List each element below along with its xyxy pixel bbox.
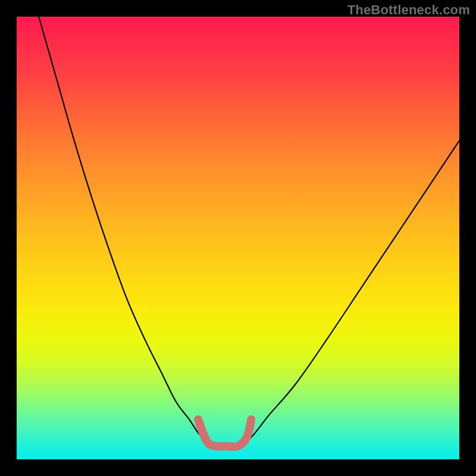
watermark-label: TheBottleneck.com	[347, 2, 470, 18]
chart-frame: TheBottleneck.com	[0, 0, 476, 476]
bottleneck-curve	[17, 17, 459, 459]
bottleneck-curve-path	[39, 17, 459, 447]
minimum-marker	[198, 419, 251, 447]
plot-area	[17, 17, 459, 459]
